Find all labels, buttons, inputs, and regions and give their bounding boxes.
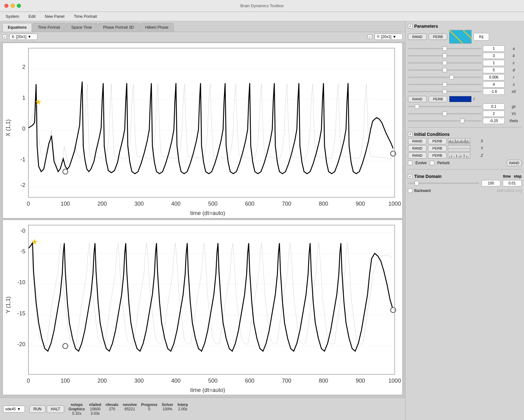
parameters-checkbox[interactable] <box>408 24 412 28</box>
svg-rect-66 <box>461 41 462 43</box>
ic-checkbox[interactable] <box>408 132 412 136</box>
kij-button[interactable]: Kij <box>473 33 489 41</box>
label-b: b <box>506 54 522 58</box>
params-perb-button[interactable]: PERB <box>429 34 447 40</box>
ic-x-preview <box>448 138 470 144</box>
slider-b-input[interactable] <box>408 55 482 56</box>
divider-2 <box>408 169 522 169</box>
ic-z-perb[interactable]: PERB <box>428 152 447 159</box>
ic-y-preview <box>448 145 470 151</box>
bdtoolbox-label: bdtoolbox.org <box>497 188 522 193</box>
initial-conditions-section: Initial Conditions RAND PERB <box>408 132 522 166</box>
halt-button[interactable]: HALT <box>47 405 64 413</box>
svg-rect-97 <box>469 96 470 102</box>
maximize-button[interactable] <box>17 4 21 8</box>
slider-gs[interactable] <box>408 106 482 107</box>
minimize-button[interactable] <box>11 4 15 8</box>
svg-point-25 <box>63 169 68 174</box>
solver-dropdown[interactable]: ode45 ▼ <box>3 406 25 413</box>
slider-s-input[interactable] <box>408 84 482 85</box>
backward-label: Backward <box>414 189 431 193</box>
chart-controls-right: Y: [20x1] ▼ <box>368 34 403 40</box>
progress-value: 100% <box>162 407 173 411</box>
svg-text:-2: -2 <box>20 182 25 188</box>
slider-r[interactable] <box>408 77 482 78</box>
I-preview[interactable] <box>449 96 472 102</box>
menu-time-portrait[interactable]: Time Portrait <box>72 13 99 19</box>
svg-rect-70 <box>466 33 467 34</box>
value-gs: 0.1 <box>483 103 505 110</box>
evolve-label: Evolve <box>415 161 427 165</box>
title-bar: Brain Dynamics Toolbox <box>0 0 524 12</box>
ic-row-y: RAND PERB Y <box>408 145 522 151</box>
ic-rand-all-button[interactable]: RAND <box>507 160 522 166</box>
tab-phase-portrait-3d[interactable]: Phase Portrait 3D <box>98 23 139 32</box>
svg-text:★: ★ <box>35 97 42 107</box>
menu-edit[interactable]: Edit <box>27 13 37 19</box>
svg-rect-60 <box>453 34 454 35</box>
ic-x-rand[interactable]: RAND <box>408 138 427 144</box>
svg-rect-83 <box>456 96 457 102</box>
svg-rect-91 <box>463 96 464 102</box>
slider-a[interactable] <box>408 48 482 49</box>
graphics-label: Graphics <box>69 407 85 411</box>
kij-matrix-preview[interactable] <box>449 30 472 44</box>
parameters-header: Parameters <box>408 24 522 29</box>
run-button[interactable]: RUN <box>29 405 46 413</box>
slider-gs-input[interactable] <box>408 106 482 107</box>
params-grid: 1 a 3 b 1 c 5 d <box>408 45 522 95</box>
slider-c-input[interactable] <box>408 62 482 64</box>
slider-x0-input[interactable] <box>408 91 482 92</box>
slider-r-input[interactable] <box>408 77 482 78</box>
slider-s[interactable] <box>408 84 482 85</box>
time-domain-checkbox[interactable] <box>408 174 412 179</box>
ic-y-rand[interactable]: RAND <box>408 145 427 151</box>
x-checkbox[interactable] <box>2 35 7 39</box>
slider-b[interactable] <box>408 55 482 56</box>
tab-space-time[interactable]: Space Time <box>66 23 97 32</box>
svg-rect-76 <box>449 96 450 102</box>
y-checkbox[interactable] <box>368 35 372 39</box>
slider-theta-input[interactable] <box>408 120 482 122</box>
svg-text:time (dt=auto): time (dt=auto) <box>190 210 225 216</box>
menu-new-panel[interactable]: New Panel <box>43 13 66 19</box>
x-dropdown[interactable]: X: [20x1] ▼ <box>9 34 37 40</box>
slider-theta[interactable] <box>408 120 482 122</box>
slider-vs[interactable] <box>408 113 482 114</box>
svg-text:X (1,1): X (1,1) <box>5 119 11 136</box>
svg-rect-108 <box>458 140 458 143</box>
svg-rect-88 <box>461 96 461 102</box>
solver-stat-label: Solver <box>162 403 173 407</box>
slider-vs-input[interactable] <box>408 113 482 114</box>
svg-rect-65 <box>459 40 461 41</box>
y-dropdown[interactable]: Y: [20x1] ▼ <box>375 34 403 40</box>
perturb-checkbox[interactable] <box>430 161 434 165</box>
ic-y-perb[interactable]: PERB <box>428 145 447 151</box>
slider-c[interactable] <box>408 62 482 64</box>
time-slider[interactable] <box>408 183 479 184</box>
tab-time-portrait[interactable]: Time Portrait <box>32 23 65 32</box>
I-perb-button[interactable]: PERB <box>429 96 447 102</box>
svg-text:100: 100 <box>61 201 70 207</box>
menu-system[interactable]: System <box>4 13 21 19</box>
value-c: 1 <box>483 60 505 66</box>
nfailed-label: nfailed <box>89 403 101 407</box>
slider-d-input[interactable] <box>408 69 482 71</box>
svg-rect-58 <box>451 31 452 33</box>
svg-rect-61 <box>454 35 456 36</box>
evolve-checkbox[interactable] <box>408 161 412 165</box>
ic-z-rand[interactable]: RAND <box>408 152 427 159</box>
svg-rect-92 <box>464 96 465 102</box>
tab-hilbert-phase[interactable]: Hilbert Phase <box>140 23 174 32</box>
slider-x0[interactable] <box>408 91 482 92</box>
label-x0: x0 <box>506 89 522 94</box>
slider-a-input[interactable] <box>408 48 482 49</box>
params-rand-button[interactable]: RAND <box>408 34 427 40</box>
tab-equations[interactable]: Equations <box>2 23 32 32</box>
backward-checkbox[interactable] <box>408 189 412 193</box>
I-rand-button[interactable]: RAND <box>408 96 427 102</box>
slider-d[interactable] <box>408 69 482 71</box>
close-button[interactable] <box>4 4 8 8</box>
ic-x-perb[interactable]: PERB <box>428 138 447 144</box>
svg-text:900: 900 <box>356 377 365 384</box>
